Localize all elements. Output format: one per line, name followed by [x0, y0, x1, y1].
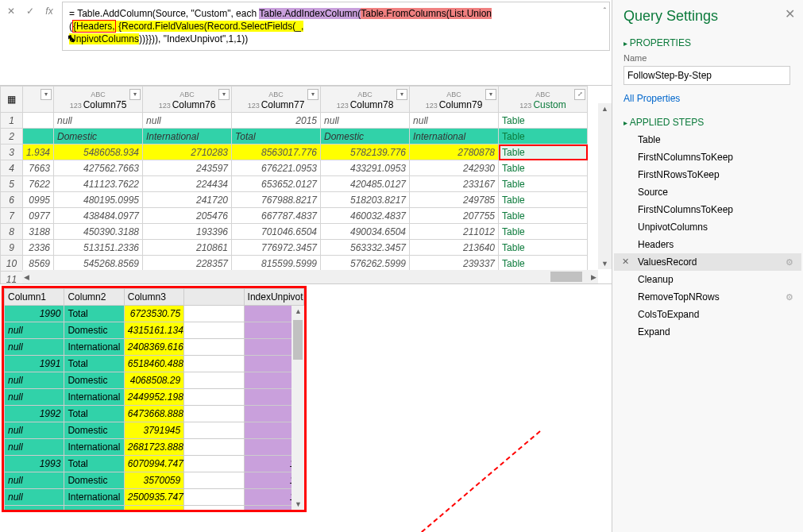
row-number[interactable]: 4 [1, 160, 23, 176]
applied-step[interactable]: RemoveTopNRows⚙ [614, 288, 801, 306]
custom-cell[interactable]: Table [499, 129, 588, 145]
table-row[interactable]: 31.9345486058.93427102838563017.77657821… [1, 145, 588, 160]
preview-row[interactable]: 1993Total6070994.74710 [5, 456, 304, 472]
preview-column-header[interactable]: Column2 [64, 289, 124, 306]
column-header[interactable]: ▾ [23, 87, 54, 113]
custom-cell[interactable]: Table [499, 256, 588, 272]
applied-step[interactable]: Headers [614, 236, 801, 253]
applied-step[interactable]: Table [614, 131, 801, 148]
applied-step[interactable]: FirstNColumnsToKeep [614, 201, 801, 218]
commit-formula-icon[interactable]: ✓ [21, 3, 40, 19]
column-header[interactable]: ABC123Column75▾ [54, 87, 143, 113]
table-row[interactable]: 1nullnull2015nullnullTable [1, 113, 588, 129]
query-settings-panel: ✕ Query Settings PROPERTIES Name All Pro… [612, 0, 803, 532]
row-number[interactable]: 9 [1, 240, 23, 256]
column-header[interactable]: ABC123Custom⤢ [499, 87, 588, 113]
row-number[interactable]: 10 [1, 256, 23, 272]
svg-line-0 [326, 431, 540, 532]
custom-cell[interactable]: Table [499, 240, 588, 256]
close-panel-icon[interactable]: ✕ [785, 6, 795, 21]
row-number[interactable]: 1 [1, 113, 23, 129]
row-number[interactable]: 3 [1, 145, 23, 160]
table-row[interactable]: 60995480195.0995241720767988.8217518203.… [1, 192, 588, 208]
preview-row[interactable]: 1991Total6518460.4884 [5, 356, 304, 372]
gear-icon[interactable]: ⚙ [786, 292, 793, 303]
applied-steps-heading[interactable]: APPLIED STEPS [612, 110, 803, 131]
preview-row[interactable]: 1992Total6473668.8887 [5, 406, 304, 422]
table-row[interactable]: 83188450390.3188193396701046.6504490034.… [1, 224, 588, 240]
custom-cell[interactable]: Table [499, 113, 588, 129]
custom-cell[interactable]: Table [499, 192, 588, 208]
preview-row[interactable]: nullDomestic4315161.1342 [5, 322, 304, 339]
preview-row[interactable]: nullDomestic4068508.295 [5, 372, 304, 389]
preview-row[interactable]: nullInternational2449952.1986 [5, 389, 304, 406]
preview-row[interactable]: 1990Total6723530.751 [5, 306, 304, 322]
name-label: Name [612, 52, 803, 64]
preview-column-header[interactable]: Column3 [124, 289, 183, 306]
row-number[interactable]: 5 [1, 176, 23, 192]
applied-step[interactable]: Cleanup [614, 271, 801, 288]
table-row[interactable]: 2DomesticInternationalTotalDomesticInter… [1, 129, 588, 145]
preview-column-header[interactable] [184, 289, 244, 306]
formula-bar: ✕ ✓ fx = Table.AddColumn(Source, "Custom… [0, 0, 612, 86]
table-row[interactable]: 57622411123.7622224434653652.0127420485.… [1, 176, 588, 192]
applied-step[interactable]: FirstNColumnsToKeep [614, 148, 801, 166]
column-header[interactable]: ABC123Column77▾ [232, 87, 321, 113]
applied-step[interactable]: FirstNRowsToKeep [614, 166, 801, 183]
table-row[interactable]: 92336513151.2336210861776972.3457563332.… [1, 240, 588, 256]
custom-cell[interactable]: Table [499, 176, 588, 192]
preview-row[interactable]: nullDomestic37919458 [5, 422, 304, 439]
collapse-formula-icon[interactable]: ˆ [604, 6, 606, 18]
table-row[interactable]: 47663427562.7663243597676221.0953433291.… [1, 160, 588, 176]
preview-column-header[interactable]: IndexUnpivot [244, 289, 303, 306]
gear-icon[interactable]: ⚙ [786, 257, 793, 268]
row-number[interactable]: 8 [1, 224, 23, 240]
table-row[interactable]: 70977438484.0977205476667787.4837460032.… [1, 208, 588, 224]
preview-row[interactable]: nullDomestic357005911 [5, 472, 304, 489]
table-corner[interactable]: ▦ [1, 87, 23, 113]
filter-dropdown-icon[interactable]: ▾ [41, 89, 52, 100]
row-number[interactable]: 2 [1, 129, 23, 145]
preview-scrollbar[interactable]: ▲▼ [291, 306, 304, 510]
filter-dropdown-icon[interactable]: ▾ [307, 89, 318, 100]
applied-step[interactable]: Source [614, 183, 801, 201]
column-header[interactable]: ABC123Column79▾ [410, 87, 499, 113]
properties-heading[interactable]: PROPERTIES [612, 31, 803, 52]
applied-step[interactable]: UnpivotColumns [614, 218, 801, 236]
applied-step[interactable]: Expand [614, 323, 801, 341]
applied-step[interactable]: ColsToExpand [614, 306, 801, 323]
custom-cell[interactable]: Table [499, 208, 588, 224]
custom-cell[interactable]: Table [499, 224, 588, 240]
row-number[interactable]: 6 [1, 192, 23, 208]
preview-row[interactable]: nullInternational2500935.74712 [5, 489, 304, 506]
applied-steps-list: TableFirstNColumnsToKeepFirstNRowsToKeep… [612, 131, 803, 341]
filter-dropdown-icon[interactable]: ▾ [129, 89, 141, 100]
vertical-scrollbar[interactable]: ▲▼ [598, 103, 612, 269]
cancel-formula-icon[interactable]: ✕ [2, 3, 21, 19]
preview-pane: Column1Column2Column3IndexUnpivot 1990To… [0, 284, 612, 532]
applied-step[interactable]: ValuesRecord⚙ [614, 253, 801, 271]
filter-dropdown-icon[interactable]: ▾ [218, 89, 230, 100]
main-data-grid: ▦▾ABC123Column75▾ABC123Column76▾ABC123Co… [0, 86, 612, 284]
fx-icon[interactable]: fx [40, 3, 59, 19]
all-properties-link[interactable]: All Properties [612, 91, 803, 106]
filter-dropdown-icon[interactable]: ▾ [396, 89, 407, 100]
annotation-arrow [318, 423, 548, 532]
filter-dropdown-icon[interactable]: ▾ [485, 89, 496, 100]
column-header[interactable]: ABC123Column76▾ [143, 87, 232, 113]
table-row[interactable]: 108569545268.8569228357815599.5999576262… [1, 256, 588, 272]
expand-icon[interactable]: ⤢ [574, 89, 585, 100]
preview-row[interactable]: 1994Total6364673.60913 [5, 506, 304, 513]
row-number[interactable]: 11 [1, 272, 23, 284]
formula-input[interactable]: = Table.AddColumn(Source, "Custom", each… [62, 2, 610, 51]
row-number[interactable]: 7 [1, 208, 23, 224]
custom-cell[interactable]: Table [499, 145, 588, 160]
preview-row[interactable]: nullInternational2681723.8889 [5, 439, 304, 456]
preview-row[interactable]: nullInternational2408369.6163 [5, 339, 304, 356]
column-header[interactable]: ABC123Column78▾ [321, 87, 410, 113]
preview-column-header[interactable]: Column1 [5, 289, 64, 306]
custom-cell[interactable]: Table [499, 160, 588, 176]
query-name-input[interactable] [623, 66, 790, 85]
horizontal-scrollbar[interactable]: ◀▶ [22, 270, 598, 283]
panel-title: Query Settings [612, 8, 803, 31]
